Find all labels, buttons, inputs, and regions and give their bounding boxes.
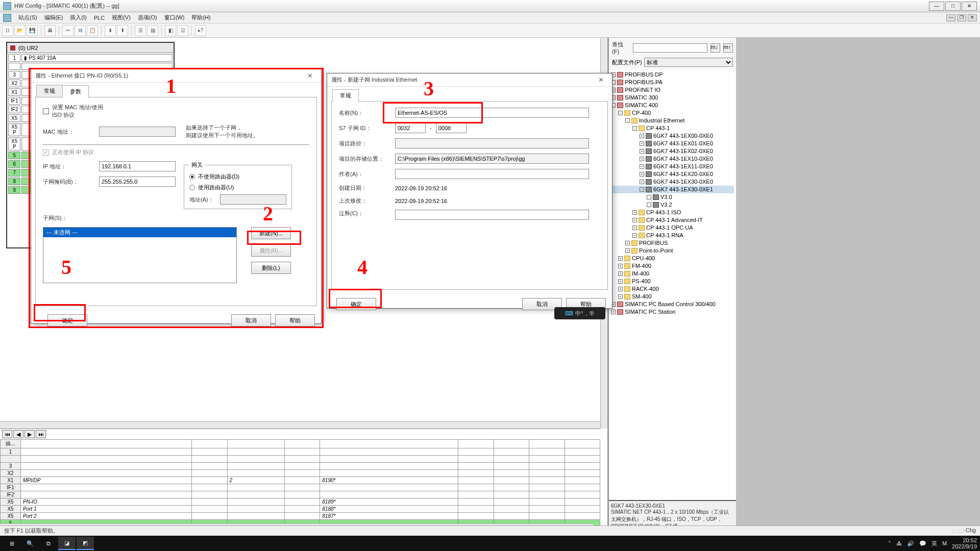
tree-node[interactable]: -Industrial Ethernet — [611, 117, 734, 124]
mac-checkbox[interactable] — [43, 108, 49, 114]
tb-print-icon[interactable]: 🖶 — [44, 25, 56, 36]
menu-insert[interactable]: 插入(I) — [70, 14, 86, 21]
search-input[interactable] — [633, 43, 707, 53]
menu-plc[interactable]: PLC — [94, 15, 105, 21]
taskbar-app-2[interactable]: ◩ — [77, 537, 94, 550]
grid-row[interactable]: 1 — [1, 448, 600, 456]
dialog1-close-icon[interactable]: ✕ — [303, 71, 317, 81]
tree-node[interactable]: +CPU-400 — [611, 255, 734, 262]
tree-node[interactable]: +FM-400 — [611, 262, 734, 270]
search-up-icon[interactable]: m↑ — [723, 43, 733, 53]
tree-node[interactable]: V3.0 — [611, 193, 734, 201]
grid-row[interactable]: IF2 — [1, 491, 600, 498]
tree-node[interactable]: +6GK7 443-1EX01-0XE0 — [611, 140, 734, 147]
taskview-icon[interactable]: ⧉ — [40, 537, 57, 550]
tree-node[interactable]: +RACK-400 — [611, 285, 734, 293]
tray-time[interactable]: 20:52 — [952, 537, 977, 543]
tree-node[interactable]: +SIMATIC PC Based Control 300/400 — [611, 300, 734, 308]
gw-addr-input[interactable] — [220, 194, 286, 205]
tray-ime-icon[interactable]: M — [942, 540, 947, 546]
grid-row[interactable]: X5Port 28187* — [1, 513, 600, 520]
comment-textarea[interactable] — [395, 210, 589, 220]
window-close[interactable]: ✕ — [962, 2, 977, 11]
tree-node[interactable]: +6GK7 443-1EX20-0XE0 — [611, 170, 734, 178]
tree-node[interactable]: +SIMATIC PC Station — [611, 308, 734, 316]
tab-general-1[interactable]: 常规 — [36, 85, 63, 97]
menu-window[interactable]: 窗口(W) — [164, 14, 185, 21]
tree-node[interactable]: +PROFIBUS DP — [611, 71, 734, 79]
tree-node[interactable]: +CP 443-1 RNA — [611, 232, 734, 239]
subnet-item-notconnected[interactable]: --- 未连网 --- — [43, 228, 236, 237]
menu-view[interactable]: 视图(V) — [112, 14, 131, 21]
tb-save-icon[interactable]: 💾 — [27, 25, 38, 36]
window-minimize[interactable]: — — [929, 2, 944, 11]
tab-params[interactable]: 参数 — [62, 85, 89, 97]
dialog2-ok-button[interactable]: 确定 — [336, 298, 376, 310]
s7id-b-input[interactable] — [436, 123, 467, 133]
menu-station[interactable]: 站点(S) — [18, 14, 37, 21]
tb-cut-icon[interactable]: ✂ — [62, 25, 74, 36]
tree-node[interactable]: +6GK7 443-1EX10-0XE0 — [611, 155, 734, 163]
menu-edit[interactable]: 编辑(E) — [44, 14, 63, 21]
tree-node[interactable]: +SIMATIC 300 — [611, 94, 734, 102]
tree-node[interactable]: +PS-400 — [611, 278, 734, 285]
new-subnet-button[interactable]: 新建(N)... — [251, 227, 291, 239]
taskbar-app-1[interactable]: ◪ — [58, 537, 76, 550]
name-input[interactable] — [395, 108, 589, 118]
mac-input[interactable] — [99, 127, 176, 137]
grid-row[interactable] — [1, 456, 600, 463]
tb-paste-icon[interactable]: 📋 — [87, 25, 98, 36]
dialog1-cancel-button[interactable]: 取消 — [231, 314, 271, 327]
tb-download-icon[interactable]: ⬇ — [105, 25, 116, 36]
use-router-radio[interactable] — [189, 185, 195, 190]
tray-up-icon[interactable]: ˄ — [888, 540, 891, 547]
tree-node[interactable]: +CP 443-1 OPC UA — [611, 224, 734, 232]
tree-node[interactable]: +CP 443-1 ISO — [611, 209, 734, 216]
tb-copy-icon[interactable]: ⧉ — [75, 25, 86, 36]
tb-upload-icon[interactable]: ⬆ — [117, 25, 128, 36]
tree-node[interactable]: +IM-400 — [611, 270, 734, 278]
menu-help[interactable]: 帮助(H) — [191, 14, 210, 21]
tree-node[interactable]: +PROFINET IO — [611, 86, 734, 94]
search-icon[interactable]: 🔍 — [21, 537, 39, 550]
tree-node[interactable]: +6GK7 443-1EX30-0XE0 — [611, 178, 734, 186]
grid-row[interactable]: X1MPI/DP28190* — [1, 477, 600, 484]
tree-node[interactable]: +6GK7 443-1EX11-0XE0 — [611, 163, 734, 170]
tree-node[interactable]: PROFIBUS-PA — [611, 79, 734, 86]
grid-table[interactable]: 插…1 3 X2 X1MPI/DP28190* IF1 IF2 X5PN-IO8… — [0, 439, 600, 527]
delete-subnet-button[interactable]: 删除(L) — [251, 262, 291, 274]
tree-node[interactable]: -CP-400 — [611, 109, 734, 117]
tree-node[interactable]: -SIMATIC 400 — [611, 102, 734, 109]
nav-prev-icon[interactable]: ◀ — [13, 430, 23, 438]
tb-help-icon[interactable]: ▸? — [195, 25, 206, 36]
no-router-radio[interactable] — [189, 174, 195, 180]
mdi-restore[interactable]: ❐ — [957, 14, 966, 21]
start-button[interactable]: ⊞ — [3, 537, 20, 550]
projpath-input[interactable] — [395, 138, 589, 148]
tray-date[interactable]: 2022/9/19 — [952, 543, 977, 549]
nav-first-icon[interactable]: ⏮ — [2, 430, 12, 438]
tb-open-icon[interactable]: 📂 — [14, 25, 26, 36]
tray-notify-icon[interactable]: 💬 — [919, 540, 926, 547]
tray-lang[interactable]: 英 — [932, 540, 937, 547]
store-input[interactable] — [395, 154, 589, 164]
search-down-icon[interactable]: m↓ — [710, 43, 720, 53]
mask-input[interactable] — [99, 177, 176, 187]
menu-options[interactable]: 选项(O) — [138, 14, 157, 21]
grid-row[interactable]: IF1 — [1, 484, 600, 491]
grid-row[interactable]: X2 — [1, 470, 600, 477]
subnet-listbox[interactable]: --- 未连网 --- — [43, 227, 237, 283]
grid-row[interactable]: 3 — [1, 463, 600, 470]
grid-row[interactable]: X5PN-IO8189* — [1, 498, 600, 506]
horizontal-scrollbar[interactable] — [0, 421, 600, 429]
tree-node[interactable]: -6GK7 443-1EX30-0XE1 — [611, 186, 734, 193]
tree-node[interactable]: +Point-to-Point — [611, 247, 734, 255]
tree-node[interactable]: +CP 443-1 Advanced-IT — [611, 216, 734, 224]
nav-last-icon[interactable]: ⏭ — [36, 430, 46, 438]
rack-header[interactable]: (0) UR2 — [7, 43, 174, 53]
mdi-close[interactable]: ✕ — [968, 14, 977, 21]
dialog1-ok-button[interactable]: 确定 — [47, 314, 87, 327]
tree-node[interactable]: V3.2 — [611, 201, 734, 209]
catalog-tree[interactable]: +PROFIBUS DP PROFIBUS-PA+PROFINET IO+SIM… — [609, 70, 736, 500]
tb-module-icon[interactable]: ▤ — [147, 25, 158, 36]
